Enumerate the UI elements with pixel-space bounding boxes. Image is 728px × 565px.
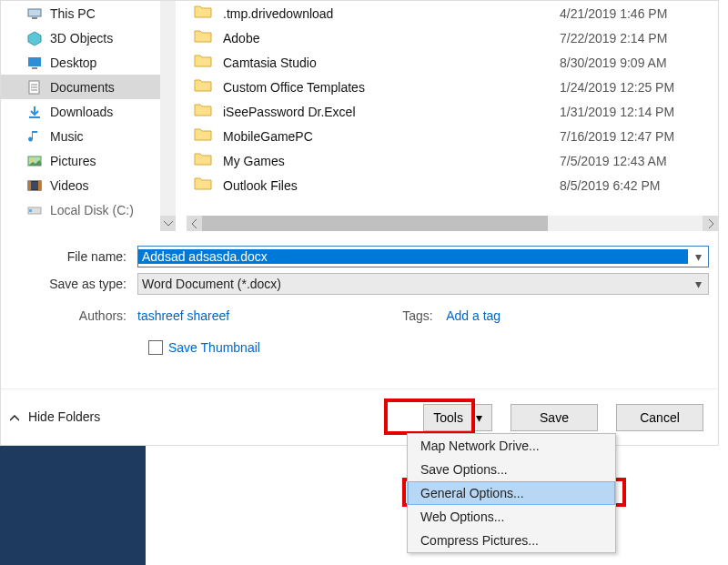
- nav-label: Documents: [50, 80, 115, 95]
- nav-label: Pictures: [50, 154, 96, 168]
- pictures-icon: [26, 153, 43, 169]
- nav-item-desktop[interactable]: Desktop: [1, 50, 175, 75]
- scroll-left-icon[interactable]: [187, 216, 202, 231]
- hide-folders-button[interactable]: Hide Folders: [10, 409, 100, 424]
- saveastype-label: Save as type:: [10, 277, 137, 291]
- file-name: MobileGamePC: [223, 129, 560, 144]
- music-icon: [26, 128, 43, 145]
- scroll-right-icon[interactable]: [703, 216, 718, 231]
- file-name: iSeePassword Dr.Excel: [223, 105, 560, 119]
- file-row[interactable]: MobileGamePC 7/16/2019 12:47 PM: [176, 124, 718, 148]
- file-row[interactable]: .tmp.drivedownload 4/21/2019 1:46 PM: [176, 1, 718, 25]
- dialog-window: This PC 3D Objects Desktop Documents Dow…: [0, 0, 719, 446]
- chevron-down-icon[interactable]: ▾: [688, 249, 708, 264]
- file-name: Custom Office Templates: [223, 80, 560, 95]
- chevron-down-icon[interactable]: ▾: [688, 277, 708, 291]
- file-row[interactable]: iSeePassword Dr.Excel 1/31/2019 12:14 PM: [176, 99, 718, 124]
- nav-label: Desktop: [50, 55, 96, 70]
- file-date: 7/5/2019 12:43 AM: [560, 154, 718, 168]
- authors-value[interactable]: tashreef shareef: [137, 308, 229, 323]
- nav-item-music[interactable]: Music: [1, 124, 175, 148]
- folder-icon: [194, 28, 214, 48]
- menu-item-save-options[interactable]: Save Options...: [408, 458, 615, 481]
- nav-label: This PC: [50, 6, 96, 21]
- file-row[interactable]: Adobe 7/22/2019 2:14 PM: [176, 25, 718, 50]
- pc-icon: [26, 5, 43, 22]
- folder-icon: [194, 126, 214, 146]
- folder-icon: [194, 53, 214, 73]
- file-date: 7/16/2019 12:47 PM: [560, 129, 718, 144]
- nav-scrollbar[interactable]: [160, 1, 176, 231]
- nav-item-downloads[interactable]: Downloads: [1, 99, 175, 124]
- svg-point-10: [31, 158, 34, 161]
- svg-marker-2: [28, 32, 41, 45]
- desktop-icon: [26, 55, 43, 71]
- tags-value[interactable]: Add a tag: [446, 308, 500, 323]
- svg-rect-1: [32, 17, 37, 19]
- cube-icon: [26, 30, 43, 46]
- cancel-button[interactable]: Cancel: [616, 404, 703, 431]
- file-name: Outlook Files: [223, 178, 560, 193]
- chevron-up-icon: [10, 409, 19, 424]
- saveastype-value: Word Document (*.docx): [138, 277, 688, 291]
- file-row[interactable]: Custom Office Templates 1/24/2019 12:25 …: [176, 75, 718, 99]
- nav-label: Downloads: [50, 105, 113, 119]
- authors-label: Authors:: [10, 308, 137, 323]
- nav-label: Local Disk (C:): [50, 203, 134, 217]
- filename-input[interactable]: Addsad adsasda.docx ▾: [137, 246, 709, 267]
- folder-icon: [194, 102, 214, 122]
- file-row[interactable]: Outlook Files 8/5/2019 6:42 PM: [176, 173, 718, 197]
- svg-rect-4: [32, 67, 37, 69]
- file-name: .tmp.drivedownload: [223, 6, 560, 21]
- file-date: 7/22/2019 2:14 PM: [560, 31, 718, 45]
- menu-item-compress-pictures[interactable]: Compress Pictures...: [408, 529, 615, 552]
- nav-item-this-pc[interactable]: This PC: [1, 1, 175, 25]
- doc-icon: [26, 79, 43, 96]
- form-area: File name: Addsad adsasda.docx ▾ Save as…: [1, 237, 718, 361]
- svg-rect-13: [38, 181, 41, 190]
- file-scrollbar-h[interactable]: [187, 216, 718, 231]
- tools-button[interactable]: Tools ▾: [423, 404, 492, 431]
- nav-item-3d-objects[interactable]: 3D Objects: [1, 25, 175, 50]
- file-date: 8/30/2019 9:09 AM: [560, 55, 718, 70]
- scroll-down-icon[interactable]: [160, 216, 176, 231]
- disk-icon: [26, 202, 43, 218]
- chevron-down-icon: ▾: [476, 405, 482, 430]
- folder-icon: [194, 77, 214, 97]
- nav-label: 3D Objects: [50, 31, 113, 45]
- save-button[interactable]: Save: [511, 404, 598, 431]
- saveastype-select[interactable]: Word Document (*.docx) ▾: [137, 273, 709, 295]
- nav-item-local-disk[interactable]: Local Disk (C:): [1, 197, 175, 222]
- folder-icon: [194, 151, 214, 171]
- svg-rect-12: [28, 181, 31, 190]
- tools-label: Tools: [433, 410, 463, 425]
- svg-rect-15: [29, 209, 32, 212]
- file-date: 1/31/2019 12:14 PM: [560, 105, 718, 119]
- nav-label: Music: [50, 129, 84, 144]
- file-date: 1/24/2019 12:25 PM: [560, 80, 718, 95]
- svg-rect-3: [28, 57, 41, 66]
- file-row[interactable]: Camtasia Studio 8/30/2019 9:09 AM: [176, 50, 718, 75]
- folder-icon: [194, 4, 214, 24]
- save-thumbnail-label[interactable]: Save Thumbnail: [168, 340, 260, 355]
- hide-label: Hide Folders: [28, 409, 100, 424]
- menu-item-general-options[interactable]: General Options...: [408, 481, 615, 505]
- scroll-thumb[interactable]: [202, 216, 548, 231]
- folder-icon: [194, 176, 214, 196]
- file-date: 8/5/2019 6:42 PM: [560, 178, 718, 193]
- svg-rect-0: [28, 9, 41, 16]
- file-name: Adobe: [223, 31, 560, 45]
- save-thumbnail-checkbox[interactable]: [148, 340, 163, 355]
- menu-item-web-options[interactable]: Web Options...: [408, 505, 615, 529]
- menu-item-map-network-drive[interactable]: Map Network Drive...: [408, 434, 615, 458]
- nav-item-videos[interactable]: Videos: [1, 173, 175, 197]
- background-strip: [0, 446, 146, 565]
- nav-item-pictures[interactable]: Pictures: [1, 148, 175, 173]
- file-row[interactable]: My Games 7/5/2019 12:43 AM: [176, 148, 718, 173]
- videos-icon: [26, 177, 43, 194]
- nav-item-documents[interactable]: Documents: [1, 75, 175, 99]
- file-date: 4/21/2019 1:46 PM: [560, 6, 718, 21]
- file-name: Camtasia Studio: [223, 55, 560, 70]
- file-list: .tmp.drivedownload 4/21/2019 1:46 PM Ado…: [176, 1, 718, 216]
- download-icon: [26, 104, 43, 120]
